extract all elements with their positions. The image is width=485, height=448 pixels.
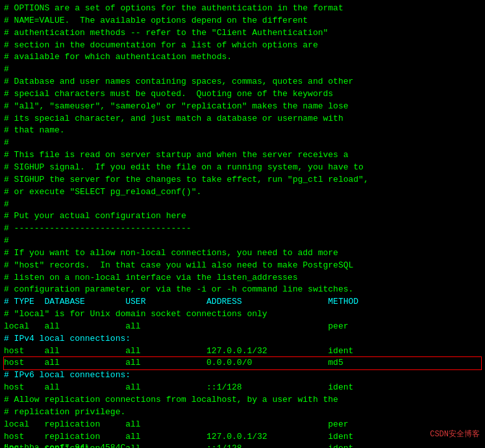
terminal-line-13: # This file is read on server startup an… xyxy=(4,149,481,162)
terminal-line-30: local all all peer xyxy=(4,321,481,333)
terminal-line-31: # IPv4 local connections: xyxy=(4,333,481,345)
terminal-line-2: # NAME=VALUE. The available options depe… xyxy=(4,15,481,27)
terminal-line-39: host replication all 127.0.0.1/32 ident xyxy=(4,431,481,443)
terminal-line-37: # replication privilege. xyxy=(4,406,481,419)
terminal-line-11: # that name. xyxy=(4,125,481,137)
terminal-content: # OPTIONS are a set of options for the a… xyxy=(4,3,481,448)
terminal-line-17: # xyxy=(4,199,481,211)
terminal-line-34: # IPv6 local connections: xyxy=(4,369,481,382)
watermark: CSDN安全博客 xyxy=(430,429,480,440)
terminal-line-14: # SIGHUP signal. If you edit the file on… xyxy=(4,162,481,174)
terminal-line-10: # its special character, and just match … xyxy=(4,113,481,125)
terminal-line-24: # configuration parameter, or via the -i… xyxy=(4,284,481,296)
terminal-line-3: # authentication methods -- refer to the… xyxy=(4,27,481,40)
terminal-line-16: # or execute "SELECT pg_reload_conf()". xyxy=(4,186,481,199)
terminal-line-33: host all all 0.0.0.0/0 md5 xyxy=(4,357,481,369)
terminal-line-20: # xyxy=(4,235,481,247)
terminal-line-18: # Put your actual configuration here xyxy=(4,210,481,223)
terminal-line-5: # available for which authentication met… xyxy=(4,51,481,64)
terminal-line-29: # "local" is for Unix domain socket conn… xyxy=(4,308,481,321)
status-bar: "pg_hba.conf" 94L, 4584C xyxy=(4,443,125,448)
terminal-line-36: # Allow replication connections from loc… xyxy=(4,394,481,406)
terminal-line-38: local replication all peer xyxy=(4,419,481,431)
terminal-line-15: # SIGHUP the server for the changes to t… xyxy=(4,174,481,186)
terminal-line-9: # "all", "sameuser", "samerole" or "repl… xyxy=(4,101,481,113)
terminal-line-8: # special characters must be quoted. Quo… xyxy=(4,88,481,101)
terminal-line-7: # Database and user names containing spa… xyxy=(4,76,481,88)
terminal-line-35: host all all ::1/128 ident xyxy=(4,382,481,394)
terminal-window: # OPTIONS are a set of options for the a… xyxy=(0,0,485,448)
terminal-line-6: # xyxy=(4,64,481,76)
terminal-line-12: # xyxy=(4,137,481,149)
terminal-line-23: # listen on a non-local interface via th… xyxy=(4,272,481,284)
terminal-line-27: # TYPE DATABASE USER ADDRESS METHOD xyxy=(4,296,481,308)
terminal-line-4: # section in the documentation for a lis… xyxy=(4,40,481,52)
terminal-line-1: # OPTIONS are a set of options for the a… xyxy=(4,3,481,15)
terminal-line-22: # "host" records. In that case you will … xyxy=(4,260,481,272)
terminal-line-19: # ----------------------------------- xyxy=(4,223,481,235)
terminal-line-21: # If you want to allow non-local connect… xyxy=(4,247,481,260)
terminal-line-32: host all all 127.0.0.1/32 ident xyxy=(4,345,481,358)
